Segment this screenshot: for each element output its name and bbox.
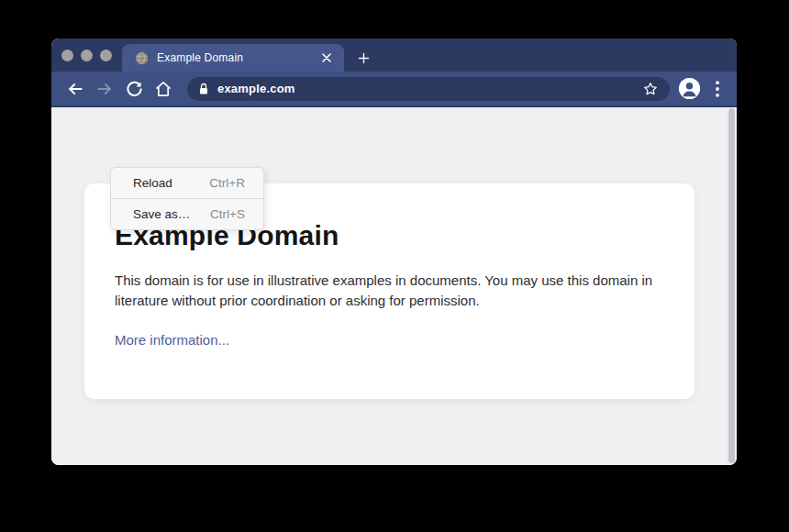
browser-menu-button[interactable] (707, 76, 728, 102)
back-arrow-icon (66, 80, 84, 98)
titlebar: Example Domain (51, 39, 737, 72)
vertical-scrollbar[interactable] (727, 108, 736, 463)
page-body-text: This domain is for use in illustrative e… (115, 271, 654, 311)
forward-button[interactable] (92, 76, 117, 102)
reload-icon (126, 80, 143, 97)
menu-item-label: Save as… (133, 207, 190, 221)
scrollbar-thumb[interactable] (728, 108, 735, 463)
tab-example-domain[interactable]: Example Domain (122, 44, 344, 72)
menu-item-shortcut: Ctrl+S (210, 207, 245, 221)
maximize-window-button[interactable] (100, 50, 112, 61)
home-icon (154, 80, 172, 98)
menu-item-label: Reload (133, 176, 172, 190)
more-information-link[interactable]: More information... (115, 332, 229, 348)
profile-avatar[interactable] (679, 78, 700, 99)
lock-icon (198, 83, 209, 95)
reload-button[interactable] (121, 76, 147, 102)
context-menu: Reload Ctrl+R Save as… Ctrl+S (110, 167, 264, 230)
close-window-button[interactable] (61, 50, 73, 61)
forward-arrow-icon (95, 80, 114, 98)
url-text[interactable]: example.com (217, 82, 642, 95)
menu-item-save-as[interactable]: Save as… Ctrl+S (111, 199, 263, 229)
favicon-globe-icon (135, 51, 149, 65)
new-tab-button[interactable] (350, 44, 377, 72)
back-button[interactable] (62, 76, 88, 102)
person-icon (679, 78, 700, 99)
menu-item-reload[interactable]: Reload Ctrl+R (111, 168, 263, 198)
minimize-window-button[interactable] (81, 50, 93, 61)
traffic-lights (61, 50, 112, 61)
kebab-menu-icon (716, 81, 719, 97)
page-viewport: Reload Ctrl+R Save as… Ctrl+S Example Do… (51, 107, 737, 465)
tab-title: Example Domain (157, 51, 318, 64)
bookmark-star-icon[interactable] (642, 81, 659, 97)
tab-close-icon[interactable] (318, 50, 335, 66)
menu-item-shortcut: Ctrl+R (209, 176, 245, 190)
browser-window: Example Domain (51, 39, 737, 465)
toolbar: example.com (51, 72, 737, 107)
home-button[interactable] (150, 76, 176, 102)
address-bar[interactable]: example.com (187, 77, 670, 101)
